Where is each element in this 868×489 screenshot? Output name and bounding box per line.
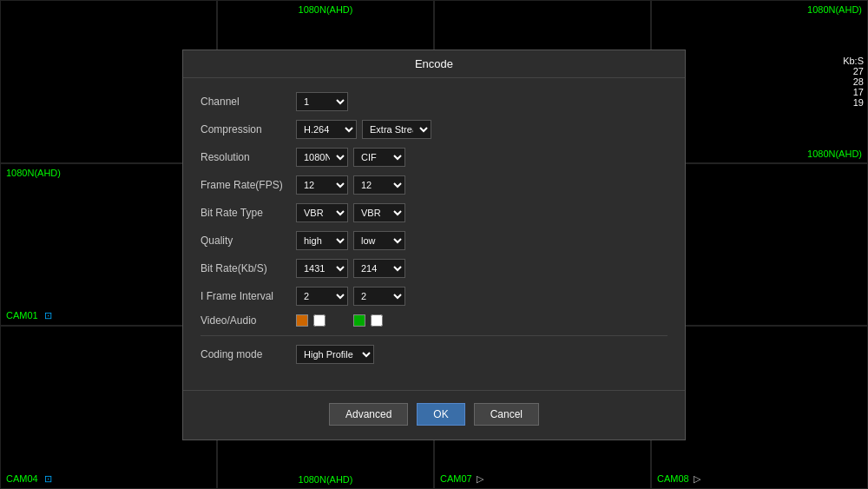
- bitrate-controls: 1431 214: [296, 259, 405, 278]
- compression-row: Compression H.264 Extra Stream: [201, 120, 667, 139]
- videoaudio-label: Video/Audio: [201, 314, 296, 327]
- resolution-controls: 1080N CIF: [296, 148, 405, 167]
- iframe-extra-select[interactable]: 2: [353, 287, 405, 306]
- codingmode-row: Coding mode High Profile: [201, 345, 667, 364]
- fps-extra-select[interactable]: 12: [353, 175, 405, 195]
- audio-checkbox-extra[interactable]: [371, 314, 383, 327]
- bitrate-main-select[interactable]: 1431: [296, 259, 348, 278]
- fps-main-select[interactable]: 12: [296, 175, 348, 195]
- iframe-row: I Frame Interval 2 2: [201, 287, 667, 306]
- bitrate-extra-select[interactable]: 214: [353, 259, 405, 278]
- cancel-button[interactable]: Cancel: [474, 403, 539, 426]
- compression-label: Compression: [201, 123, 296, 135]
- bitratetype-extra-select[interactable]: VBR: [353, 203, 405, 222]
- framerate-row: Frame Rate(FPS) 12 12: [201, 175, 667, 195]
- iframe-controls: 2 2: [296, 287, 405, 306]
- dialog-overlay: Encode Channel 1 Compression H.264: [0, 0, 868, 489]
- iframe-label: I Frame Interval: [201, 290, 296, 302]
- channel-row: Channel 1: [201, 92, 667, 111]
- channel-select[interactable]: 1: [296, 92, 348, 111]
- dialog-title: Encode: [183, 50, 685, 78]
- resolution-label: Resolution: [201, 151, 296, 163]
- dialog-body: Channel 1 Compression H.264 Extra Stream: [183, 78, 685, 390]
- compression-select[interactable]: H.264: [296, 120, 357, 139]
- ok-button[interactable]: OK: [417, 403, 464, 426]
- iframe-main-select[interactable]: 2: [296, 287, 348, 306]
- quality-extra-select[interactable]: low: [353, 231, 405, 250]
- channel-controls: 1: [296, 92, 348, 111]
- quality-main-select[interactable]: high: [296, 231, 348, 250]
- bitrate-label: Bit Rate(Kb/S): [201, 262, 296, 274]
- bitratetype-controls: VBR VBR: [296, 203, 405, 222]
- resolution-main-select[interactable]: 1080N: [296, 148, 348, 167]
- advanced-button[interactable]: Advanced: [329, 403, 408, 426]
- resolution-extra-select[interactable]: CIF: [353, 148, 405, 167]
- compression-controls: H.264 Extra Stream: [296, 120, 431, 139]
- section-divider: [201, 335, 667, 336]
- audio-checkbox-main[interactable]: [313, 314, 326, 327]
- resolution-row: Resolution 1080N CIF: [201, 148, 667, 167]
- bitratetype-label: Bit Rate Type: [201, 207, 296, 219]
- bitrate-row: Bit Rate(Kb/S) 1431 214: [201, 259, 667, 278]
- quality-row: Quality high low: [201, 231, 667, 250]
- channel-label: Channel: [201, 96, 296, 108]
- video-indicator-extra: [353, 314, 365, 327]
- stream-select[interactable]: Extra Stream: [362, 120, 431, 139]
- video-indicator-main: [296, 314, 308, 327]
- codingmode-select[interactable]: High Profile: [296, 345, 374, 364]
- bitratetype-row: Bit Rate Type VBR VBR: [201, 203, 667, 222]
- videoaudio-row: Video/Audio: [201, 314, 667, 327]
- quality-controls: high low: [296, 231, 405, 250]
- codingmode-label: Coding mode: [201, 348, 296, 360]
- framerate-controls: 12 12: [296, 175, 405, 195]
- bitratetype-main-select[interactable]: VBR: [296, 203, 348, 222]
- dialog-footer: Advanced OK Cancel: [183, 390, 685, 439]
- quality-label: Quality: [201, 235, 296, 247]
- codingmode-controls: High Profile: [296, 345, 374, 364]
- encode-dialog: Encode Channel 1 Compression H.264: [182, 50, 686, 440]
- framerate-label: Frame Rate(FPS): [201, 179, 296, 191]
- videoaudio-controls: [296, 314, 383, 327]
